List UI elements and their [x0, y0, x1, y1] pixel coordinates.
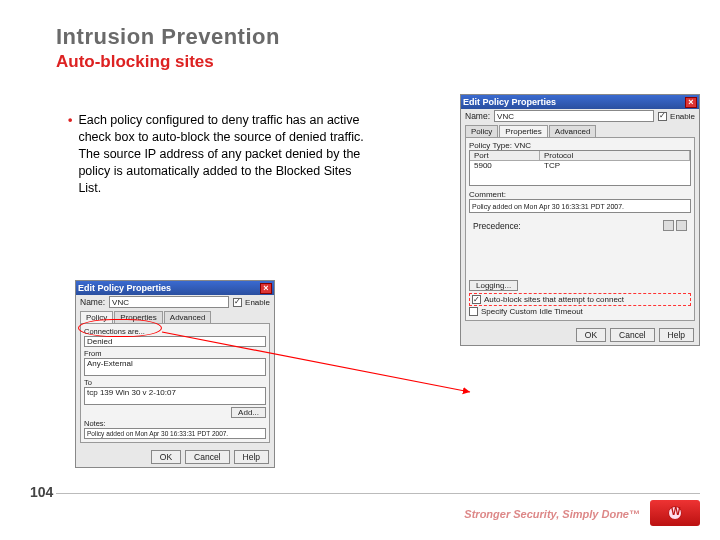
from-label: From [84, 349, 266, 358]
tab-properties[interactable]: Properties [499, 125, 547, 137]
tab-policy[interactable]: Policy [465, 125, 498, 137]
to-list[interactable]: tcp 139 Win 30 v 2-10:07 [84, 387, 266, 405]
bullet-block: • Each policy configured to deny traffic… [68, 112, 368, 196]
close-icon[interactable]: × [260, 283, 272, 294]
policy-type-label: Policy Type: VNC [469, 141, 691, 150]
bullet-item: • Each policy configured to deny traffic… [68, 112, 368, 196]
cancel-button[interactable]: Cancel [185, 450, 229, 464]
bullet-dot-icon: • [68, 112, 72, 196]
dialog-titlebar: Edit Policy Properties × [76, 281, 274, 295]
close-icon[interactable]: × [685, 97, 697, 108]
slide-subtitle: Auto-blocking sites [56, 52, 280, 72]
from-list[interactable]: Any-External [84, 358, 266, 376]
watchguard-logo-icon [650, 500, 700, 526]
notes-label: Notes: [84, 419, 266, 428]
connections-dropdown[interactable]: Denied [84, 336, 266, 347]
dialog-title: Edit Policy Properties [463, 97, 556, 107]
protocol-header: Protocol [540, 151, 690, 160]
footer-tagline: Stronger Security, Simply Done™ [464, 508, 640, 520]
dialog-edit-policy-small: Edit Policy Properties × Name: VNC ✓Enab… [75, 280, 275, 468]
tabs: Policy Properties Advanced [461, 123, 699, 137]
logging-button[interactable]: Logging... [469, 280, 518, 291]
highlight-ellipse-icon [78, 319, 162, 337]
name-label: Name: [80, 297, 105, 307]
name-label: Name: [465, 111, 490, 121]
add-button[interactable]: Add... [231, 407, 266, 418]
slide-title: Intrusion Prevention [56, 24, 280, 50]
footer-divider [56, 493, 700, 494]
port-protocol-list: PortProtocol 5900TCP [469, 150, 691, 186]
cancel-button[interactable]: Cancel [610, 328, 654, 342]
comment-field[interactable]: Policy added on Mon Apr 30 16:33:31 PDT … [469, 199, 691, 213]
tab-advanced[interactable]: Advanced [549, 125, 597, 137]
port-value: 5900 [470, 161, 540, 170]
port-header: Port [470, 151, 540, 160]
precedence-down-icon[interactable] [676, 220, 687, 231]
custom-timeout-checkbox[interactable]: Specify Custom Idle Timeout [469, 306, 691, 317]
comment-label: Comment: [469, 190, 691, 199]
precedence-up-icon[interactable] [663, 220, 674, 231]
tab-advanced[interactable]: Advanced [164, 311, 212, 323]
name-field[interactable]: VNC [109, 296, 229, 308]
autoblock-checkbox[interactable]: ✓Auto-block sites that attempt to connec… [469, 293, 691, 306]
dialog-titlebar: Edit Policy Properties × [461, 95, 699, 109]
page-number: 104 [30, 484, 53, 500]
ok-button[interactable]: OK [151, 450, 181, 464]
protocol-value: TCP [540, 161, 564, 170]
enable-checkbox[interactable]: ✓Enable [658, 111, 695, 122]
enable-checkbox[interactable]: ✓Enable [233, 297, 270, 308]
to-label: To [84, 378, 266, 387]
help-button[interactable]: Help [659, 328, 694, 342]
precedence-label: Precedence: [473, 221, 521, 231]
dialog-title: Edit Policy Properties [78, 283, 171, 293]
help-button[interactable]: Help [234, 450, 269, 464]
title-block: Intrusion Prevention Auto-blocking sites [56, 24, 280, 72]
notes-field[interactable]: Policy added on Mon Apr 30 16:33:31 PDT … [84, 428, 266, 439]
dialog-edit-policy-large: Edit Policy Properties × Name: VNC ✓Enab… [460, 94, 700, 346]
name-field[interactable]: VNC [494, 110, 654, 122]
bullet-text: Each policy configured to deny traffic h… [78, 112, 368, 196]
ok-button[interactable]: OK [576, 328, 606, 342]
